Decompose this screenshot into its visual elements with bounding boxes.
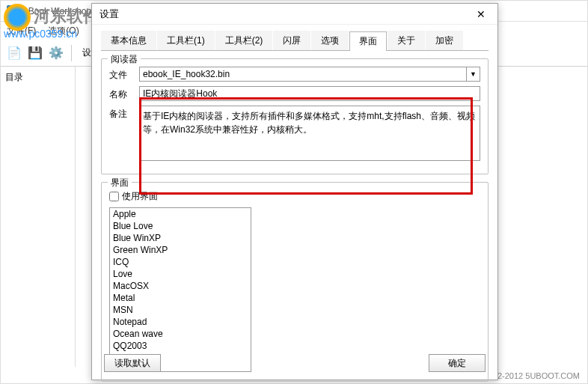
sidebar: 目录 <box>1 67 76 367</box>
list-item[interactable]: Green WinXP <box>110 244 251 256</box>
list-item[interactable]: MSN <box>110 304 251 316</box>
dialog-titlebar: 设置 ✕ <box>92 4 497 25</box>
ok-button[interactable]: 确定 <box>429 354 486 372</box>
toolbar-new-icon[interactable]: 📄 <box>5 44 23 62</box>
tab-基本信息[interactable]: 基本信息 <box>101 31 156 50</box>
dialog-title: 设置 <box>99 7 119 21</box>
use-ui-label: 使用界面 <box>122 190 158 203</box>
toolbar-separator <box>71 45 72 61</box>
tab-加密[interactable]: 加密 <box>426 31 463 50</box>
tab-工具栏(2)[interactable]: 工具栏(2) <box>215 31 273 50</box>
list-item[interactable]: Love <box>110 268 251 280</box>
sidebar-title: 目录 <box>5 71 70 84</box>
list-item[interactable]: Blue WinXP <box>110 232 251 244</box>
menu-options[interactable]: 选项(O) <box>48 25 79 37</box>
remark-label: 备注 <box>109 106 139 121</box>
toolbar-save-icon[interactable]: 💾 <box>26 44 44 62</box>
list-item[interactable]: Metal <box>110 292 251 304</box>
tab-工具栏(1)[interactable]: 工具栏(1) <box>157 31 215 50</box>
list-item[interactable]: Blue Love <box>110 220 251 232</box>
chevron-down-icon[interactable]: ▼ <box>467 67 480 82</box>
close-icon[interactable]: ✕ <box>469 6 493 22</box>
menu-file[interactable]: 文件(F) <box>7 25 36 37</box>
file-combobox[interactable] <box>139 67 467 82</box>
tab-界面[interactable]: 界面 <box>349 31 387 51</box>
remark-textarea[interactable]: 基于IE内核的阅读器，支持所有插件和多媒体格式，支持mht,支持flash、音频… <box>139 106 480 161</box>
ui-groupbox: 界面 使用界面 AppleBlue LoveBlue WinXPGreen Wi… <box>101 182 489 382</box>
use-ui-checkbox[interactable] <box>109 192 119 201</box>
list-item[interactable]: Apple <box>110 208 251 220</box>
list-item[interactable]: MacOSX <box>110 280 251 292</box>
tab-闪屏[interactable]: 闪屏 <box>273 31 310 50</box>
app-icon <box>7 5 19 17</box>
list-item[interactable]: Notepad <box>110 316 251 328</box>
read-default-button[interactable]: 读取默认 <box>104 354 161 372</box>
list-item[interactable]: Ocean wave <box>110 328 251 340</box>
tab-bar: 基本信息工具栏(1)工具栏(2)闪屏选项界面关于加密 <box>101 31 489 51</box>
ui-group-title: 界面 <box>108 177 132 189</box>
name-label: 名称 <box>109 86 139 101</box>
dialog-body: 基本信息工具栏(1)工具栏(2)闪屏选项界面关于加密 阅读器 文件 ▼ 名称 备… <box>92 25 497 384</box>
reader-group-title: 阅读器 <box>108 53 141 66</box>
reader-groupbox: 阅读器 文件 ▼ 名称 备注 基于IE内核的阅读器，支持所有插件和多媒体格式，支… <box>101 58 489 174</box>
settings-dialog: 设置 ✕ 基本信息工具栏(1)工具栏(2)闪屏选项界面关于加密 阅读器 文件 ▼… <box>91 3 498 380</box>
dialog-buttons: 读取默认 确定 <box>92 354 497 372</box>
theme-listbox[interactable]: AppleBlue LoveBlue WinXPGreen WinXPICQLo… <box>109 207 251 372</box>
tab-选项[interactable]: 选项 <box>311 31 349 50</box>
tab-关于[interactable]: 关于 <box>388 31 425 50</box>
name-input[interactable] <box>139 86 480 101</box>
list-item[interactable]: ICQ <box>110 256 251 268</box>
file-label: 文件 <box>109 67 139 82</box>
toolbar-settings-icon[interactable]: ⚙️ <box>47 44 65 62</box>
list-item[interactable]: QQ2003 <box>110 340 251 352</box>
